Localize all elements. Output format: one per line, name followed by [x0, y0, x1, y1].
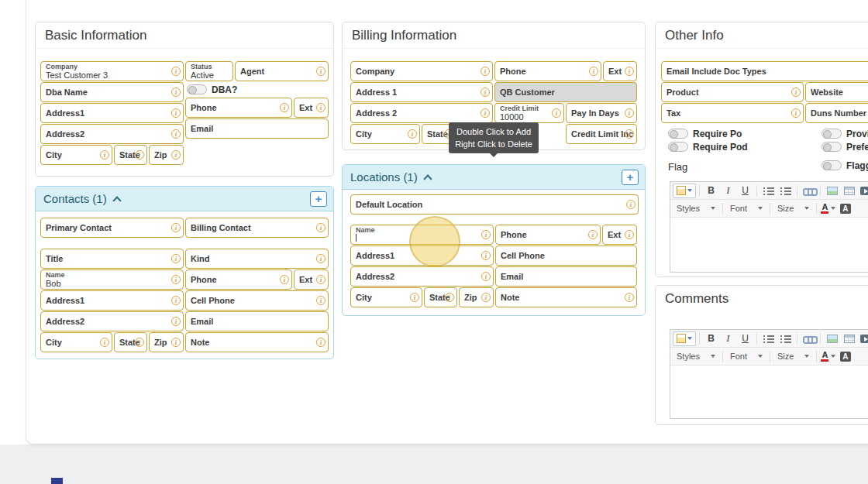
- info-icon[interactable]: [171, 129, 181, 139]
- contacts-phone-field[interactable]: Phone: [185, 269, 292, 290]
- contacts-ext-field[interactable]: Ext: [294, 269, 329, 290]
- info-icon[interactable]: [316, 254, 326, 263]
- info-icon[interactable]: [588, 230, 598, 239]
- info-icon[interactable]: [480, 108, 490, 118]
- info-icon[interactable]: [171, 67, 181, 76]
- billing-address2-field[interactable]: Address 2: [350, 103, 493, 123]
- table-icon[interactable]: [841, 184, 857, 198]
- info-icon[interactable]: [171, 88, 181, 97]
- info-icon[interactable]: [408, 129, 417, 139]
- locations-default-location-field[interactable]: Default Location: [350, 194, 639, 215]
- font-dropdown[interactable]: Font: [726, 349, 766, 364]
- styles-dropdown[interactable]: Styles: [673, 349, 719, 364]
- basic-city-field[interactable]: City: [40, 145, 112, 165]
- bullet-list-icon[interactable]: [777, 184, 794, 198]
- image-icon[interactable]: [824, 184, 840, 198]
- basic-zip-field[interactable]: Zip: [149, 145, 184, 165]
- background-color-icon[interactable]: A: [837, 349, 853, 364]
- info-icon[interactable]: [171, 317, 181, 326]
- contacts-note-field[interactable]: Note: [185, 332, 329, 352]
- info-icon[interactable]: [316, 338, 326, 347]
- underline-icon[interactable]: U: [737, 331, 753, 346]
- locations-email-field[interactable]: Email: [495, 266, 637, 287]
- info-icon[interactable]: [480, 88, 490, 97]
- flagged-toggle[interactable]: [822, 160, 842, 170]
- info-icon[interactable]: [171, 338, 181, 347]
- collapse-chevron-icon[interactable]: [112, 196, 121, 204]
- info-icon[interactable]: [171, 254, 181, 263]
- info-icon[interactable]: [481, 230, 491, 239]
- templates-icon[interactable]: [673, 184, 696, 198]
- basic-state-field[interactable]: State: [114, 145, 147, 165]
- info-icon[interactable]: [171, 296, 181, 305]
- image-icon[interactable]: [824, 331, 840, 346]
- locations-state-field[interactable]: State: [424, 287, 457, 307]
- locations-address2-field[interactable]: Address2: [350, 266, 494, 287]
- info-icon[interactable]: [410, 293, 419, 302]
- video-icon[interactable]: [858, 184, 868, 198]
- basic-email-field[interactable]: Email: [185, 118, 329, 139]
- info-icon[interactable]: [625, 230, 634, 239]
- locations-city-field[interactable]: City: [350, 287, 422, 307]
- info-icon[interactable]: [480, 67, 490, 76]
- basic-address1-field[interactable]: Address1: [40, 103, 184, 123]
- info-icon[interactable]: [135, 338, 144, 347]
- billing-credit-limit-inc-field[interactable]: Credit Limit Inc: [566, 124, 637, 144]
- basic-status-field[interactable]: Status Active: [185, 61, 233, 81]
- info-icon[interactable]: [589, 67, 598, 76]
- info-icon[interactable]: [316, 67, 326, 76]
- text-color-icon[interactable]: A: [820, 201, 836, 216]
- size-dropdown[interactable]: Size: [773, 201, 813, 216]
- info-icon[interactable]: [626, 200, 636, 209]
- require-pod-toggle[interactable]: [668, 142, 688, 152]
- billing-company-field[interactable]: Company: [350, 61, 493, 81]
- locations-header[interactable]: Locations (1) +: [343, 165, 645, 190]
- underline-icon[interactable]: U: [737, 184, 753, 198]
- basic-ext-field[interactable]: Ext: [294, 98, 329, 118]
- billing-city-field[interactable]: City: [350, 124, 420, 144]
- contacts-cell-phone-field[interactable]: Cell Phone: [185, 290, 329, 311]
- info-icon[interactable]: [316, 223, 326, 232]
- info-icon[interactable]: [481, 251, 491, 260]
- basic-phone-field[interactable]: Phone: [185, 98, 292, 118]
- contacts-email-field[interactable]: Email: [185, 311, 329, 331]
- contacts-kind-field[interactable]: Kind: [185, 249, 329, 269]
- require-po-toggle[interactable]: [668, 129, 688, 139]
- info-icon[interactable]: [316, 103, 326, 112]
- collapse-chevron-icon[interactable]: [423, 174, 432, 183]
- other-duns-number-field[interactable]: Duns Number: [805, 103, 868, 123]
- info-icon[interactable]: [481, 293, 491, 302]
- info-icon[interactable]: [100, 150, 109, 160]
- dba-toggle[interactable]: [187, 84, 207, 94]
- prefer-ship-toggle[interactable]: [822, 142, 842, 152]
- info-icon[interactable]: [625, 293, 634, 302]
- contacts-primary-contact-field[interactable]: Primary Contact: [40, 218, 184, 238]
- contacts-header[interactable]: Contacts (1) +: [36, 187, 333, 211]
- province-toggle[interactable]: [822, 129, 842, 139]
- background-color-icon[interactable]: A: [837, 201, 853, 216]
- billing-address1-field[interactable]: Address 1: [350, 82, 493, 102]
- text-color-icon[interactable]: A: [820, 349, 836, 364]
- info-icon[interactable]: [481, 272, 491, 281]
- info-icon[interactable]: [625, 129, 634, 139]
- italic-icon[interactable]: I: [720, 331, 736, 346]
- contacts-city-field[interactable]: City: [40, 332, 112, 352]
- basic-agent-field[interactable]: Agent: [235, 61, 329, 81]
- bullet-list-icon[interactable]: [777, 331, 794, 346]
- styles-dropdown[interactable]: Styles: [673, 201, 719, 216]
- bold-icon[interactable]: B: [703, 184, 719, 198]
- link-icon[interactable]: [801, 184, 817, 198]
- info-icon[interactable]: [171, 108, 181, 118]
- editor-content-area[interactable]: [670, 366, 868, 418]
- billing-phone-field[interactable]: Phone: [494, 61, 601, 81]
- basic-company-field[interactable]: Company Test Customer 3: [40, 61, 184, 81]
- contacts-state-field[interactable]: State: [114, 332, 147, 352]
- link-icon[interactable]: [801, 331, 817, 346]
- info-icon[interactable]: [316, 275, 326, 284]
- info-icon[interactable]: [280, 103, 289, 112]
- editor-content-area[interactable]: [670, 218, 868, 272]
- basic-dba-name-field[interactable]: Dba Name: [40, 82, 184, 102]
- billing-credit-limit-field[interactable]: Credit Limit 10000: [494, 103, 564, 123]
- info-icon[interactable]: [171, 275, 181, 284]
- locations-phone-field[interactable]: Phone: [495, 225, 601, 245]
